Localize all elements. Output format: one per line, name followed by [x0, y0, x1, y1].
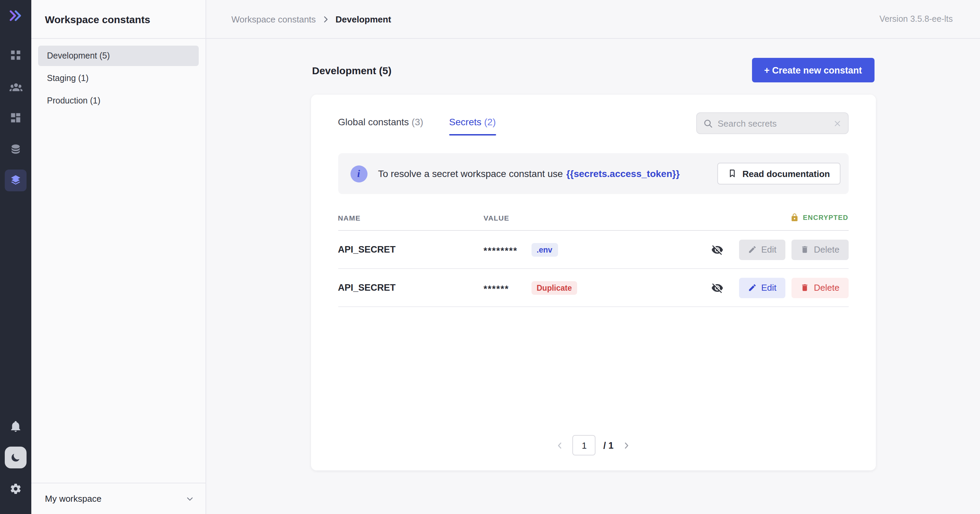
kestra-logo[interactable] — [8, 8, 23, 23]
table-row: API_SECRET ****** Duplicate — [338, 269, 848, 307]
toggle-visibility-icon[interactable] — [711, 243, 723, 256]
nav-users-icon[interactable] — [5, 76, 27, 97]
tab-secrets[interactable]: Secrets(2) — [449, 116, 496, 135]
tab-bar: Global constants(3) Secrets(2) — [338, 116, 496, 135]
column-header-encrypted: ENCRYPTED — [790, 213, 848, 222]
info-icon: i — [350, 165, 367, 182]
read-documentation-button[interactable]: Read documentation — [717, 163, 840, 185]
env-source-badge: .env — [531, 243, 558, 256]
edit-button-label: Edit — [761, 283, 776, 293]
toggle-visibility-icon[interactable] — [711, 282, 723, 294]
search-icon — [703, 118, 713, 128]
total-pages-label: / 1 — [603, 440, 614, 450]
row-actions: Edit Delete — [711, 277, 848, 298]
nav-apps-icon[interactable] — [5, 44, 27, 66]
secret-value-masked: ******** — [484, 243, 527, 256]
nav-database-icon[interactable] — [5, 138, 27, 160]
workspace-selector[interactable]: My workspace — [31, 483, 205, 514]
trash-icon — [800, 245, 809, 254]
search-input[interactable] — [718, 118, 828, 128]
delete-button-label: Delete — [814, 244, 840, 255]
nav-constants-icon[interactable] — [5, 170, 27, 191]
environment-list: Development (5) Staging (1) Production (… — [31, 39, 205, 483]
constants-card: Global constants(3) Secrets(2) — [311, 95, 875, 470]
settings-gear-icon[interactable] — [5, 478, 27, 500]
trash-icon — [800, 283, 809, 292]
secret-value-cell: ******** .env — [484, 243, 711, 256]
create-constant-button[interactable]: + Create new constant — [752, 58, 874, 83]
encrypted-header-label: ENCRYPTED — [803, 214, 848, 221]
sidebar-item-staging[interactable]: Staging (1) — [38, 68, 199, 89]
table-header: NAME VALUE ENCRYPTED — [338, 205, 848, 231]
secret-token-example: {{secrets.access_token}} — [566, 168, 679, 179]
breadcrumb-current: Development — [336, 14, 391, 24]
edit-button-label: Edit — [761, 244, 776, 255]
chevron-down-icon — [185, 494, 195, 503]
nav-dashboard-icon[interactable] — [5, 107, 27, 129]
sidebar-item-development[interactable]: Development (5) — [38, 46, 199, 66]
page-title: Development (5) — [312, 64, 391, 76]
next-page-icon[interactable] — [621, 440, 631, 450]
delete-button[interactable]: Delete — [791, 277, 848, 298]
theme-toggle-moon-icon[interactable] — [5, 447, 27, 468]
row-actions: Edit Delete — [711, 239, 848, 260]
pencil-icon — [748, 283, 756, 292]
content: Development (5) + Create new constant Gl… — [206, 39, 980, 514]
delete-button[interactable]: Delete — [791, 239, 848, 260]
duplicate-badge: Duplicate — [531, 281, 578, 294]
secret-name: API_SECRET — [338, 244, 484, 255]
column-header-value: VALUE — [484, 213, 790, 221]
chevron-right-icon — [321, 14, 330, 24]
prev-page-icon[interactable] — [555, 440, 565, 450]
main-area: Workspace constants Development Version … — [206, 0, 980, 514]
workspace-selector-label: My workspace — [45, 493, 102, 504]
sidebar-item-production[interactable]: Production (1) — [38, 91, 199, 111]
table-row: API_SECRET ******** .env — [338, 231, 848, 269]
pencil-icon — [748, 245, 756, 254]
search-secrets-box — [696, 112, 848, 134]
sidebar-title: Workspace constants — [31, 0, 205, 39]
nav-rail — [0, 0, 31, 514]
tab-global-constants-label: Global constants — [338, 116, 409, 127]
version-label: Version 3.5.8-ee-lts — [880, 14, 953, 24]
pagination: 1 / 1 — [338, 424, 848, 470]
edit-button[interactable]: Edit — [739, 239, 785, 260]
tab-secrets-label: Secrets — [449, 116, 482, 127]
current-page[interactable]: 1 — [573, 435, 596, 455]
secret-value-cell: ****** Duplicate — [484, 281, 711, 294]
delete-button-label: Delete — [814, 283, 840, 293]
tab-global-constants[interactable]: Global constants(3) — [338, 116, 423, 135]
info-banner-text: To resolve a secret workspace constant u… — [378, 168, 706, 179]
tab-secrets-count: (2) — [484, 116, 496, 127]
sidebar: Workspace constants Development (5) Stag… — [31, 0, 206, 514]
column-header-name: NAME — [338, 213, 484, 221]
lock-icon — [790, 213, 799, 222]
breadcrumb: Workspace constants Development — [231, 14, 391, 24]
app-root: Workspace constants Development (5) Stag… — [0, 0, 980, 514]
secret-name: API_SECRET — [338, 283, 484, 293]
topbar: Workspace constants Development Version … — [206, 0, 980, 39]
read-documentation-label: Read documentation — [743, 169, 830, 179]
breadcrumb-parent[interactable]: Workspace constants — [231, 14, 316, 24]
edit-button[interactable]: Edit — [739, 277, 785, 298]
info-banner: i To resolve a secret workspace constant… — [338, 153, 848, 194]
info-banner-message: To resolve a secret workspace constant u… — [378, 168, 563, 179]
clear-search-icon[interactable] — [833, 119, 842, 128]
secret-value-masked: ****** — [484, 281, 527, 294]
documentation-icon — [727, 169, 737, 178]
tab-global-constants-count: (3) — [412, 116, 423, 127]
notifications-bell-icon[interactable] — [5, 415, 27, 437]
table-empty-space — [338, 307, 848, 424]
